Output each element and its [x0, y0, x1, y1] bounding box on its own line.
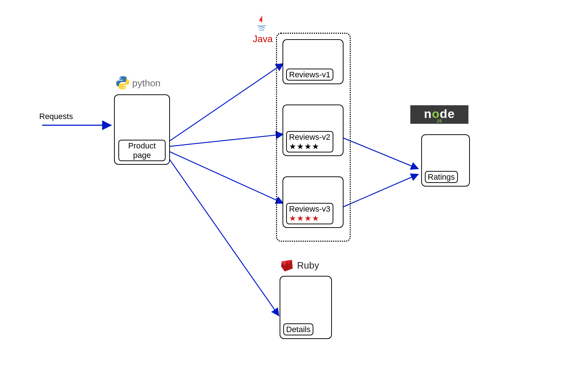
details-label: Details: [283, 323, 313, 335]
product-page-service: Product page: [114, 94, 170, 165]
ruby-label: Ruby: [297, 260, 319, 271]
svg-point-1: [124, 87, 125, 88]
java-logo-icon: [254, 15, 269, 33]
reviews-v2-stars: ★★★★: [289, 142, 320, 151]
nodejs-sub-label: JS: [414, 119, 465, 123]
reviews-v2-label-box: Reviews-v2 ★★★★: [286, 131, 333, 152]
edge-productpage-reviews-v1: [163, 64, 283, 145]
reviews-v1-service: Reviews-v1: [283, 39, 344, 84]
reviews-v2-label: Reviews-v2: [289, 132, 330, 142]
product-page-label: Product page: [118, 140, 166, 161]
edge-reviews-v3-ratings: [343, 174, 418, 207]
reviews-v3-label-box: Reviews-v3 ★★★★: [286, 203, 333, 224]
edge-productpage-reviews-v2: [163, 134, 283, 147]
reviews-v3-stars: ★★★★: [289, 214, 320, 223]
python-label: python: [132, 78, 161, 89]
ratings-service: Ratings: [421, 134, 470, 187]
reviews-v3-service: Reviews-v3 ★★★★: [283, 176, 344, 228]
reviews-v1-label: Reviews-v1: [286, 69, 333, 81]
reviews-v3-label: Reviews-v3: [289, 204, 330, 213]
reviews-v2-service: Reviews-v2 ★★★★: [283, 105, 344, 156]
nodejs-logo-icon: nnodeode JS: [410, 105, 468, 124]
edge-productpage-details: [163, 151, 279, 316]
ratings-label: Ratings: [425, 171, 458, 183]
edge-productpage-reviews-v3: [163, 149, 283, 203]
python-logo-icon: [115, 75, 130, 90]
svg-point-0: [120, 77, 121, 78]
ruby-logo-icon: [280, 258, 294, 273]
edge-reviews-v2-ratings: [343, 138, 418, 169]
java-label: Java: [253, 33, 273, 45]
requests-label: Requests: [39, 112, 73, 121]
details-service: Details: [280, 276, 332, 339]
